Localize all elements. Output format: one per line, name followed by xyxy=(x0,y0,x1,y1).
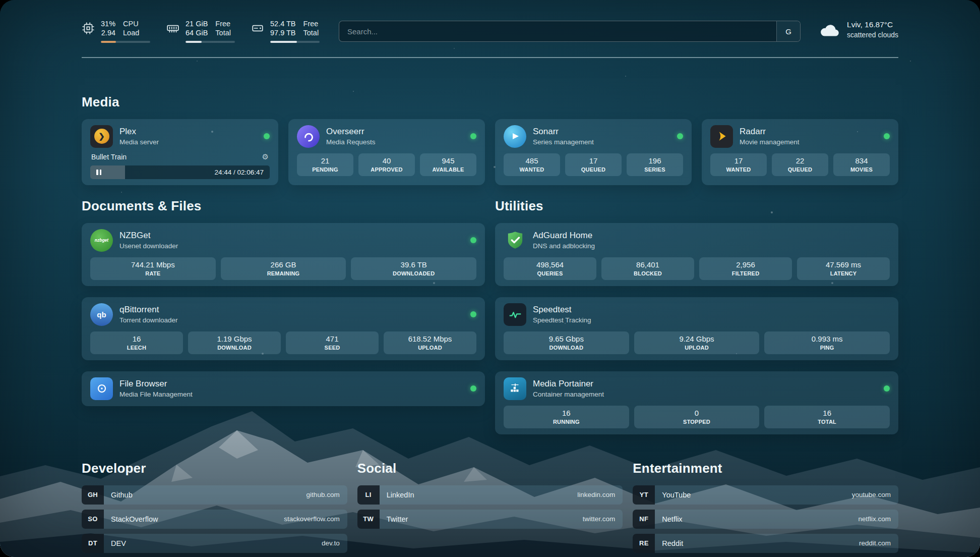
header-divider xyxy=(82,57,898,58)
status-dot xyxy=(470,237,476,243)
section-title-entertainment: Entertainment xyxy=(633,461,898,476)
memory-labels: FreeTotal xyxy=(215,19,231,37)
service-subtitle: Series management xyxy=(533,138,670,146)
search-bar: G xyxy=(339,21,801,42)
service-card-nzbget[interactable]: nzbget NZBGet Usenet downloader 744.21 M… xyxy=(82,223,485,286)
stat-download: 9.65 GbpsDOWNLOAD xyxy=(504,331,629,354)
service-card-filebrowser[interactable]: File Browser Media File Management xyxy=(82,371,485,406)
portainer-icon xyxy=(504,377,526,400)
service-name: Media Portainer xyxy=(533,379,877,389)
filebrowser-icon xyxy=(90,377,113,400)
link-dev[interactable]: DT DEV dev.to xyxy=(82,534,347,553)
link-reddit[interactable]: RE Reddit reddit.com xyxy=(633,534,898,553)
stat-pending: 21PENDING xyxy=(297,153,353,176)
link-youtube[interactable]: YT YouTube youtube.com xyxy=(633,485,898,505)
service-name: qBittorrent xyxy=(119,305,464,315)
service-card-overseerr[interactable]: Overseerr Media Requests 21PENDING 40APP… xyxy=(288,119,485,185)
link-twitter[interactable]: TW Twitter twitter.com xyxy=(357,510,623,529)
section-title-documents: Documents & Files xyxy=(82,198,485,214)
youtube-badge: YT xyxy=(633,485,655,505)
service-subtitle: Torrent downloader xyxy=(119,316,464,324)
adguard-shield-icon xyxy=(504,229,526,252)
stat-movies: 834MOVIES xyxy=(833,153,890,176)
memory-values: 21 GiB64 GiB xyxy=(186,19,208,37)
reddit-badge: RE xyxy=(633,534,655,553)
pause-icon[interactable] xyxy=(96,170,101,175)
netflix-badge: NF xyxy=(633,510,655,529)
stat-download: 1.19 GbpsDOWNLOAD xyxy=(188,331,281,354)
status-dot xyxy=(677,133,683,139)
status-dot xyxy=(470,133,476,139)
overseerr-icon xyxy=(297,125,320,148)
disk-usage-bar xyxy=(270,41,320,43)
plex-player-bar[interactable]: 24:44 / 02:06:47 xyxy=(90,165,270,179)
service-subtitle: Media server xyxy=(119,138,257,146)
radarr-icon xyxy=(710,125,733,148)
nzbget-icon: nzbget xyxy=(90,229,113,252)
twitter-badge: TW xyxy=(357,510,380,529)
stat-available: 945AVAILABLE xyxy=(420,153,476,176)
stat-wanted: 485WANTED xyxy=(504,153,560,176)
section-title-utilities: Utilities xyxy=(495,198,898,214)
section-title-social: Social xyxy=(357,461,623,476)
service-name: Speedtest xyxy=(533,305,890,315)
section-title-developer: Developer xyxy=(82,461,347,476)
search-input[interactable] xyxy=(339,27,776,36)
cloud-icon xyxy=(819,22,840,37)
stackoverflow-badge: SO xyxy=(82,510,104,529)
link-stackoverflow[interactable]: SO StackOverflow stackoverflow.com xyxy=(82,510,347,529)
service-name: Plex xyxy=(119,127,257,137)
search-engine-button[interactable]: G xyxy=(776,21,800,41)
service-card-speedtest[interactable]: Speedtest Speedtest Tracking 9.65 GbpsDO… xyxy=(495,297,898,360)
weather-location: Lviv, 16.87°C xyxy=(847,20,898,29)
link-linkedin[interactable]: LI LinkedIn linkedin.com xyxy=(357,485,623,505)
stat-total: 16TOTAL xyxy=(764,406,890,428)
status-dot xyxy=(884,133,890,139)
cpu-widget: 31%2.94 CPULoad xyxy=(82,19,150,43)
dev-badge: DT xyxy=(82,534,104,553)
sonarr-icon xyxy=(504,125,526,148)
status-dot xyxy=(884,385,890,392)
stat-upload: 9.24 GbpsUPLOAD xyxy=(634,331,760,354)
service-subtitle: Media Requests xyxy=(326,138,464,146)
cpu-chip-icon xyxy=(82,22,95,35)
player-time: 24:44 / 02:06:47 xyxy=(214,169,264,176)
top-bar: 31%2.94 CPULoad xyxy=(82,0,898,43)
linkedin-badge: LI xyxy=(357,485,380,505)
link-github[interactable]: GH Github github.com xyxy=(82,485,347,505)
status-dot xyxy=(470,311,476,317)
player-progress-fill xyxy=(90,165,125,179)
section-title-media: Media xyxy=(82,94,898,110)
service-subtitle: DNS and adblocking xyxy=(533,242,890,250)
memory-widget: 21 GiB64 GiB FreeTotal xyxy=(166,19,235,43)
service-subtitle: Media File Management xyxy=(119,391,464,398)
plex-icon: ❯ xyxy=(90,125,113,148)
service-name: AdGuard Home xyxy=(533,231,890,241)
service-card-plex[interactable]: ❯ Plex Media server Bullet Train ⚙ xyxy=(82,119,278,185)
stat-latency: 47.569 msLATENCY xyxy=(797,257,890,280)
disk-labels: FreeTotal xyxy=(303,19,319,37)
stat-approved: 40APPROVED xyxy=(358,153,415,176)
service-card-radarr[interactable]: Radarr Movie management 17WANTED 22QUEUE… xyxy=(702,119,898,185)
cpu-usage-bar xyxy=(101,41,150,43)
service-card-qbittorrent[interactable]: qb qBittorrent Torrent downloader 16LEEC… xyxy=(82,297,485,360)
disk-values: 52.4 TB97.9 TB xyxy=(270,19,296,37)
service-name: Sonarr xyxy=(533,127,670,137)
stat-upload: 618.52 MbpsUPLOAD xyxy=(384,331,476,354)
memory-usage-bar xyxy=(186,41,235,43)
github-badge: GH xyxy=(82,485,104,505)
service-card-adguard[interactable]: AdGuard Home DNS and adblocking 498,564Q… xyxy=(495,223,898,286)
cpu-labels: CPULoad xyxy=(123,19,139,37)
now-playing-title: Bullet Train xyxy=(91,153,127,161)
service-card-sonarr[interactable]: Sonarr Series management 485WANTED 17QUE… xyxy=(495,119,692,185)
qbittorrent-icon: qb xyxy=(90,303,113,326)
link-netflix[interactable]: NF Netflix netflix.com xyxy=(633,510,898,529)
service-card-portainer[interactable]: Media Portainer Container management 16R… xyxy=(495,371,898,434)
dashboard-screen: 31%2.94 CPULoad xyxy=(0,0,980,557)
gear-icon[interactable]: ⚙ xyxy=(262,152,269,161)
cpu-values: 31%2.94 xyxy=(101,19,115,37)
ram-icon xyxy=(166,22,179,35)
stat-leech: 16LEECH xyxy=(90,331,183,354)
service-subtitle: Speedtest Tracking xyxy=(533,316,890,324)
stat-rate: 744.21 MbpsRATE xyxy=(90,257,216,280)
